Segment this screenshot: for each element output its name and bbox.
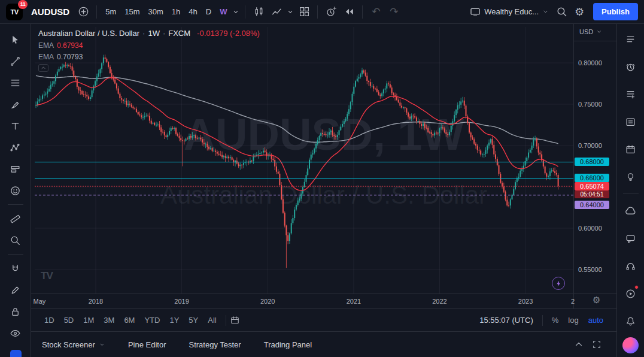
chat-button[interactable] xyxy=(618,197,644,225)
alerts-icon xyxy=(625,61,636,72)
hide-all-button[interactable] xyxy=(5,322,26,344)
ideas-icon xyxy=(625,171,636,183)
brush-button[interactable] xyxy=(5,93,26,115)
auto-scale-button[interactable]: auto xyxy=(584,313,608,327)
indicators-menu-button[interactable] xyxy=(285,3,295,21)
panel-tab-group: Stock ScreenerPine EditorStrategy Tester… xyxy=(42,340,312,349)
price-label-level-1[interactable]: 0.68000 xyxy=(575,158,609,166)
range-YTD[interactable]: YTD xyxy=(139,313,165,327)
watchlist-button[interactable] xyxy=(618,25,644,53)
streams-icon xyxy=(625,288,636,299)
exchange-label[interactable]: FXCM xyxy=(168,29,190,38)
zoom-button[interactable] xyxy=(5,229,26,251)
compare-add-button[interactable] xyxy=(74,3,92,21)
chat-icon xyxy=(625,205,636,217)
support-button[interactable] xyxy=(618,252,644,280)
chat-promo-icon[interactable] xyxy=(10,350,22,357)
interval-1h[interactable]: 1h xyxy=(168,4,184,20)
tradingview-logo-button[interactable]: TV 11 xyxy=(6,4,23,20)
tab-trading-panel[interactable]: Trading Panel xyxy=(264,340,312,349)
emoji-button[interactable] xyxy=(5,180,26,201)
layout-select-button[interactable]: Wealthy Educ... xyxy=(466,3,552,21)
interval-label[interactable]: 1W xyxy=(148,29,160,38)
percent-scale-button[interactable]: % xyxy=(547,313,564,327)
chart-style-button[interactable] xyxy=(250,3,268,21)
interval-D[interactable]: D xyxy=(202,4,215,20)
plus-circle-icon xyxy=(78,6,89,17)
gear-icon: ⚙ xyxy=(575,7,584,17)
ema-label: EMA xyxy=(38,53,54,61)
hotlists-button[interactable] xyxy=(618,80,644,108)
trendline-button[interactable] xyxy=(5,50,26,72)
news-button[interactable] xyxy=(618,108,644,135)
axis-settings-gear-icon[interactable]: ⚙ xyxy=(593,295,600,304)
alerts-button[interactable] xyxy=(618,53,644,80)
settings-button[interactable]: ⚙ xyxy=(570,3,588,21)
conversations-button[interactable] xyxy=(618,225,644,252)
notification-badge: 11 xyxy=(18,0,28,9)
tab-stock-screener[interactable]: Stock Screener xyxy=(42,340,105,349)
chart-area[interactable]: AUDUSD, 1WAustralian Dollar / U.S. Dolla… xyxy=(31,24,616,308)
interval-4h[interactable]: 4h xyxy=(184,4,201,20)
ema-legend-1[interactable]: EMA 0.67934 xyxy=(38,41,260,50)
price-label-level-3[interactable]: 0.64000 xyxy=(575,201,609,209)
price-label-level-2[interactable]: 0.66000 xyxy=(575,174,609,182)
range-1M[interactable]: 1M xyxy=(78,313,99,327)
chevron-down-icon xyxy=(99,341,105,348)
tab-strategy-tester[interactable]: Strategy Tester xyxy=(189,340,241,349)
interval-W[interactable]: W xyxy=(215,4,231,20)
xabcd-pattern-button[interactable] xyxy=(5,137,26,158)
tab-pine-editor[interactable]: Pine Editor xyxy=(128,340,166,349)
long-position-button[interactable] xyxy=(5,158,26,180)
edit-pencil-icon xyxy=(10,285,21,296)
range-5D[interactable]: 5D xyxy=(59,313,79,327)
fib-retracement-button[interactable] xyxy=(5,72,26,93)
alert-clock-icon xyxy=(326,6,337,17)
range-3M[interactable]: 3M xyxy=(99,313,119,327)
layout-templates-button[interactable] xyxy=(295,3,313,21)
panel-open-button[interactable] xyxy=(570,335,588,353)
user-avatar[interactable] xyxy=(622,337,639,353)
log-scale-button[interactable]: log xyxy=(563,313,583,327)
streams-button[interactable] xyxy=(618,280,644,307)
calendar-button[interactable] xyxy=(618,135,644,163)
go-to-date-button[interactable] xyxy=(230,311,240,329)
edit-pencil-button[interactable] xyxy=(5,279,26,301)
monitor-icon xyxy=(470,7,481,17)
range-1Y[interactable]: 1Y xyxy=(165,313,184,327)
axis-currency-select[interactable]: USD xyxy=(579,28,602,35)
range-6M[interactable]: 6M xyxy=(119,313,139,327)
redo-button[interactable]: ↷ xyxy=(385,3,403,21)
bar-replay-button[interactable] xyxy=(340,3,358,21)
ema-legend-2[interactable]: EMA 0.70793 xyxy=(38,53,260,61)
cursor-button[interactable] xyxy=(5,29,26,50)
svg-text:2018: 2018 xyxy=(89,298,103,305)
range-All[interactable]: All xyxy=(203,313,221,327)
interval-30m[interactable]: 30m xyxy=(144,4,168,20)
calendar-icon xyxy=(625,144,636,155)
interval-5m[interactable]: 5m xyxy=(101,4,120,20)
undo-button[interactable]: ↶ xyxy=(367,3,385,21)
text-button[interactable] xyxy=(5,115,26,137)
clock-button[interactable]: 15:55:07 (UTC) xyxy=(475,313,538,327)
lock-all-button[interactable] xyxy=(5,301,26,322)
legend-collapse-button[interactable] xyxy=(38,64,48,72)
tradingview-watermark-logo[interactable]: TV xyxy=(41,270,53,282)
boost-button[interactable] xyxy=(552,277,565,290)
interval-15m[interactable]: 15m xyxy=(120,4,144,20)
panel-maximize-button[interactable] xyxy=(588,335,606,353)
range-1D[interactable]: 1D xyxy=(40,313,59,327)
notifications-button[interactable] xyxy=(618,307,644,335)
publish-button[interactable]: Publish xyxy=(593,3,638,20)
interval-menu-button[interactable] xyxy=(231,3,241,21)
indicators-button[interactable] xyxy=(268,3,285,21)
symbol-title[interactable]: Australian Dollar / U.S. Dollar xyxy=(38,29,139,38)
search-button[interactable] xyxy=(552,3,570,21)
ideas-button[interactable] xyxy=(618,163,644,190)
symbol-search-button[interactable]: AUDUSD xyxy=(31,7,69,17)
magnet-button[interactable] xyxy=(5,258,26,279)
range-5Y[interactable]: 5Y xyxy=(184,313,203,327)
create-alert-button[interactable] xyxy=(322,3,340,21)
svg-text:May: May xyxy=(34,298,46,305)
ruler-button[interactable] xyxy=(5,208,26,229)
